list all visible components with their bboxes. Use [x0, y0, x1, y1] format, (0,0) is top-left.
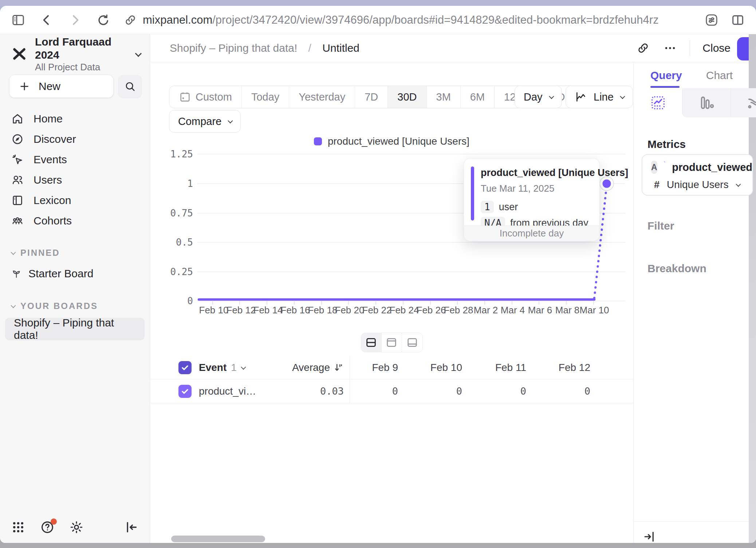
sidebar-item-home[interactable]: Home — [0, 109, 150, 129]
your-boards-label: YOUR BOARDS — [20, 301, 98, 311]
sort-icon — [333, 362, 344, 373]
sidebar-item-users[interactable]: Users — [0, 170, 150, 190]
range-6m[interactable]: 6M — [461, 86, 495, 108]
event-column-header[interactable]: Event 1 — [199, 362, 245, 373]
address-bar[interactable]: mixpanel.com/project/3472420/view/397469… — [124, 13, 691, 27]
metric-card[interactable]: A product_viewed # Unique Users — [642, 154, 753, 196]
sidebar-item-events[interactable]: Events — [0, 149, 150, 170]
chart-type-tabs — [634, 88, 756, 117]
browser-window: mixpanel.com/project/3472420/view/397469… — [0, 6, 756, 543]
save-button[interactable] — [737, 37, 749, 60]
new-button[interactable]: New — [9, 75, 113, 98]
apps-grid-icon[interactable] — [11, 520, 25, 535]
layout-chart-only-icon[interactable] — [382, 333, 402, 352]
sidebar-item-lexicon[interactable]: Lexicon — [0, 190, 150, 211]
gear-icon[interactable] — [69, 520, 84, 535]
range-30d[interactable]: 30D — [388, 86, 426, 108]
chart-type-dropdown[interactable]: Line — [566, 86, 633, 108]
aggregation-selector[interactable]: # Unique Users — [642, 174, 752, 191]
line-chart-icon — [575, 91, 587, 103]
range-7d[interactable]: 7D — [355, 86, 388, 108]
range-label: Today — [251, 91, 279, 103]
copy-link-icon[interactable] — [636, 41, 650, 55]
help-icon[interactable] — [40, 520, 55, 535]
date-column-header[interactable]: Feb 10 — [414, 362, 478, 373]
range-label: Yesterday — [299, 91, 345, 103]
pinned-board-starter[interactable]: Starter Board — [0, 263, 150, 284]
sidebar-item-label: Home — [34, 113, 63, 125]
search-button[interactable] — [118, 75, 142, 98]
breakdown-section-label[interactable]: Breakdown — [647, 262, 706, 275]
close-button[interactable]: Close — [702, 42, 731, 54]
date-column-header[interactable]: Feb 12 — [542, 362, 606, 373]
insights-icon[interactable] — [634, 88, 682, 117]
project-switcher[interactable]: Lord Farquaad 2024 All Project Data — [0, 42, 150, 66]
breadcrumb-board[interactable]: Shopify – Piping that data! — [170, 42, 297, 54]
more-options-icon[interactable] — [663, 41, 677, 55]
breadcrumb-page[interactable]: Untitled — [322, 42, 359, 54]
funnel-icon[interactable] — [731, 88, 756, 117]
range-3m[interactable]: 3M — [427, 86, 461, 108]
date-column-header[interactable]: Feb 9 — [350, 362, 414, 373]
granularity-dropdown[interactable]: Day — [515, 86, 562, 108]
sidebar-board-shopify[interactable]: Shopify – Piping that data! — [5, 318, 145, 340]
table-header-row: Event 1 Average — [150, 356, 633, 379]
metric-event-name: product_viewed — [672, 161, 752, 173]
sidebar-item-discover[interactable]: Discover — [0, 129, 150, 149]
aggregation-prefix: # — [654, 179, 659, 191]
average-column-header[interactable]: Average — [259, 362, 350, 373]
table-row[interactable]: product_viewed [Uniq… 0.03 0 0 0 0 — [150, 379, 633, 403]
tooltip-footer: Incomplete day — [464, 226, 599, 241]
layout-table-only-icon[interactable] — [402, 333, 422, 352]
lexicon-icon — [11, 194, 24, 207]
header-divider — [690, 40, 690, 56]
tooltip-date: Tue Mar 11, 2025 — [481, 183, 591, 194]
sidebar-item-cohorts[interactable]: Cohorts — [0, 211, 150, 231]
horizontal-scrollbar[interactable] — [171, 536, 265, 542]
chart-type-label: Line — [594, 91, 614, 103]
cell-value: 0 — [350, 385, 414, 397]
metric-letter-badge: A — [651, 161, 657, 174]
new-button-label: New — [39, 80, 60, 93]
reload-icon[interactable] — [95, 12, 111, 28]
chevron-down-icon — [241, 364, 246, 369]
select-all-checkbox[interactable] — [178, 361, 192, 374]
average-label: Average — [292, 362, 330, 373]
range-today[interactable]: Today — [242, 86, 289, 108]
panel-layout-toggles — [361, 333, 423, 352]
back-icon[interactable] — [39, 12, 55, 28]
url-text: mixpanel.com/project/3472420/view/397469… — [143, 13, 659, 27]
pinned-section-header[interactable]: PINNED — [0, 246, 150, 260]
url-host: mixpanel.com — [143, 13, 212, 26]
split-view-icon[interactable] — [730, 12, 746, 28]
expand-panel-icon[interactable] — [642, 530, 657, 543]
date-column-header[interactable]: Feb 11 — [478, 362, 542, 373]
filter-section-label[interactable]: Filter — [647, 220, 674, 232]
discover-icon — [11, 133, 24, 146]
row-checkbox[interactable] — [178, 385, 192, 398]
events-icon — [11, 153, 24, 166]
project-name: Lord Farquaad 2024 — [35, 35, 128, 62]
bar-chart-icon[interactable] — [682, 88, 731, 117]
sidebar-item-label: Users — [34, 174, 62, 186]
compare-dropdown[interactable]: Compare — [169, 110, 241, 133]
y-tick: 0 — [157, 295, 193, 306]
range-yesterday[interactable]: Yesterday — [289, 86, 355, 108]
forward-icon[interactable] — [67, 12, 83, 28]
browser-sidebar-toggle-icon[interactable] — [10, 12, 26, 28]
range-label: 6M — [470, 91, 485, 103]
layout-split-icon[interactable] — [361, 333, 382, 352]
chart-legend[interactable]: product_viewed [Unique Users] — [150, 136, 633, 147]
pinned-label: PINNED — [20, 248, 60, 258]
report-header: Shopify – Piping that data! / Untitled C… — [150, 34, 756, 62]
tab-query[interactable]: Query — [650, 69, 682, 82]
y-tick: 1.25 — [157, 149, 193, 160]
your-boards-section-header[interactable]: YOUR BOARDS — [0, 299, 150, 313]
sidebar-item-label: Cohorts — [34, 215, 72, 227]
tab-chart[interactable]: Chart — [706, 69, 733, 82]
range-custom[interactable]: Custom — [169, 86, 242, 108]
tune-icon[interactable] — [704, 12, 720, 28]
sidebar-footer — [0, 512, 150, 543]
collapse-sidebar-icon[interactable] — [124, 520, 139, 535]
legend-swatch — [314, 137, 322, 145]
